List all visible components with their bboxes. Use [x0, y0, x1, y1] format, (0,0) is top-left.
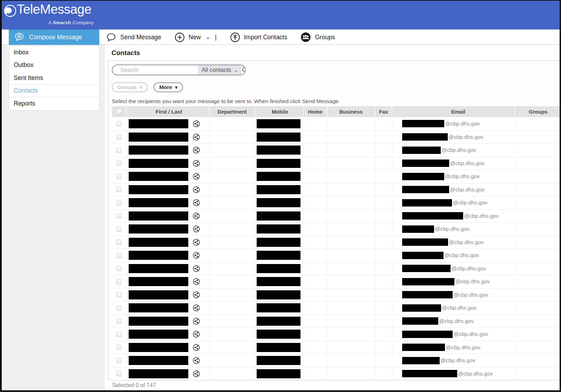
row-checkbox-cell: [112, 315, 127, 328]
name-cell: [127, 196, 210, 209]
groups-cell: [515, 236, 561, 249]
page-title: Contacts: [111, 49, 140, 57]
search-submit-button[interactable]: [242, 65, 246, 75]
share-contact-icon[interactable]: [193, 252, 200, 259]
fax-cell: [376, 262, 392, 275]
fax-cell: [376, 236, 392, 249]
row-checkbox[interactable]: [116, 279, 122, 284]
business-cell: [327, 275, 376, 288]
name-cell: [127, 144, 210, 157]
fax-cell: [376, 183, 392, 196]
share-contact-icon[interactable]: [193, 120, 200, 127]
business-cell: [327, 262, 376, 275]
share-contact-icon[interactable]: [193, 212, 200, 219]
send-message-label: Send Message: [120, 34, 161, 41]
fax-cell: [376, 367, 392, 380]
row-checkbox[interactable]: [116, 200, 122, 205]
row-checkbox[interactable]: [116, 187, 122, 192]
caret-down-icon: ▾: [175, 85, 177, 90]
sidebar-item-contacts[interactable]: Contacts: [9, 85, 99, 97]
send-message-button[interactable]: Send Message: [106, 33, 161, 42]
share-contact-icon[interactable]: [193, 357, 200, 364]
business-cell: [327, 315, 376, 328]
row-checkbox-cell: [112, 131, 127, 144]
sidebar-item-inbox[interactable]: Inbox: [9, 46, 99, 59]
home-cell: [304, 144, 327, 157]
share-contact-icon[interactable]: [193, 344, 200, 351]
chevron-down-icon[interactable]: ⌄: [205, 35, 210, 39]
groups-button[interactable]: Groups: [300, 32, 335, 42]
row-checkbox[interactable]: [116, 318, 122, 324]
share-contact-icon[interactable]: [193, 186, 200, 193]
home-cell: [304, 367, 327, 380]
compose-message-button[interactable]: Compose Message: [9, 29, 99, 45]
redacted-mobile-bar: [257, 330, 300, 339]
row-checkbox[interactable]: [116, 345, 122, 350]
more-filter-label: More: [159, 84, 172, 90]
contacts-filter-dropdown[interactable]: All contacts ⌄: [198, 65, 242, 75]
share-contact-icon[interactable]: [193, 199, 200, 206]
row-checkbox[interactable]: [116, 332, 122, 337]
row-checkbox[interactable]: [116, 292, 122, 297]
share-contact-icon[interactable]: [193, 160, 200, 167]
row-checkbox[interactable]: [116, 161, 122, 166]
share-contact-icon[interactable]: [193, 278, 200, 285]
fax-cell: [376, 275, 392, 288]
sidebar-item-outbox[interactable]: Outbox: [9, 59, 99, 72]
groups-cell: [515, 262, 561, 275]
row-checkbox[interactable]: [116, 227, 122, 232]
share-contact-icon[interactable]: [193, 304, 200, 311]
name-cell: [127, 262, 210, 275]
upload-circle-icon: [230, 32, 240, 42]
redacted-email-bar: [402, 238, 448, 246]
redacted-mobile-bar: [257, 159, 300, 168]
share-contact-icon[interactable]: [193, 239, 200, 246]
share-contact-icon[interactable]: [193, 147, 200, 154]
row-checkbox[interactable]: [116, 358, 122, 363]
groups-cell: [515, 328, 561, 341]
share-contact-icon[interactable]: [193, 134, 200, 141]
share-contact-icon[interactable]: [193, 370, 200, 377]
row-checkbox[interactable]: [116, 134, 122, 140]
name-cell: [127, 328, 210, 341]
contact-row: @cbp.dhs.gov: [112, 367, 561, 380]
select-all-checkbox[interactable]: [116, 109, 122, 114]
mobile-cell: [255, 262, 304, 275]
row-checkbox[interactable]: [116, 174, 122, 179]
mobile-cell: [255, 328, 304, 341]
row-checkbox[interactable]: [116, 148, 122, 153]
share-contact-icon[interactable]: [193, 291, 200, 298]
mobile-cell: [255, 275, 304, 288]
redacted-name-bar: [129, 198, 188, 207]
share-contact-icon[interactable]: [193, 265, 200, 272]
redacted-name-bar: [129, 303, 188, 312]
row-checkbox[interactable]: [116, 371, 122, 376]
share-contact-icon[interactable]: [193, 225, 200, 232]
share-contact-icon[interactable]: [193, 318, 200, 325]
groups-cell: [515, 354, 561, 367]
row-checkbox[interactable]: [116, 266, 122, 271]
search-input[interactable]: [113, 65, 198, 75]
row-checkbox[interactable]: [116, 305, 122, 311]
sidebar-item-reports[interactable]: Reports: [9, 97, 99, 110]
redacted-name-bar: [129, 317, 188, 326]
email-domain-text: @cbp.dhs.gov: [453, 292, 488, 298]
email-domain-text: @cbp.dhs.gov: [446, 344, 480, 351]
chevron-down-icon: ⌄: [234, 69, 238, 72]
row-checkbox[interactable]: [116, 213, 122, 218]
home-cell: [304, 262, 327, 275]
sidebar-item-sent-items[interactable]: Sent Items: [9, 72, 99, 85]
home-cell: [304, 275, 327, 288]
more-filter-button[interactable]: More ▾: [154, 82, 183, 92]
business-cell: [327, 170, 376, 183]
redacted-email-bar: [402, 225, 434, 233]
new-button[interactable]: New ⌄ |: [175, 32, 217, 42]
share-contact-icon[interactable]: [193, 331, 200, 338]
row-checkbox[interactable]: [116, 239, 122, 245]
groups-filter-button[interactable]: Groups ▾: [112, 82, 148, 92]
redacted-name-bar: [129, 343, 188, 352]
row-checkbox[interactable]: [116, 121, 122, 126]
share-contact-icon[interactable]: [193, 173, 200, 180]
import-contacts-button[interactable]: Import Contacts: [230, 32, 288, 42]
row-checkbox[interactable]: [116, 253, 122, 258]
